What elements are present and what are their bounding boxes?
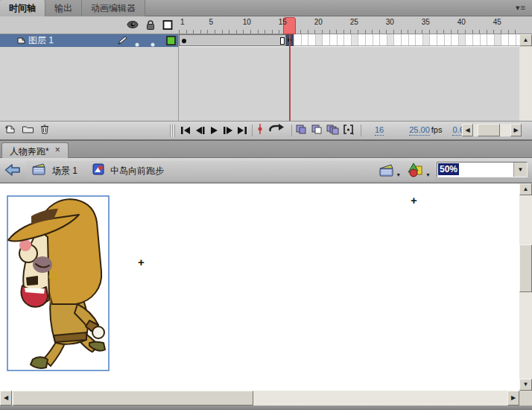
symbol-icon xyxy=(92,163,104,178)
edit-path-breadcrumb: 场景 1 中岛向前跑步 xyxy=(25,161,435,180)
current-frame-value[interactable]: 16 xyxy=(375,125,384,136)
ruler-tick-marks xyxy=(179,30,519,34)
timeline-header: 151015202530354045 xyxy=(0,16,532,34)
ruler-number: 1 xyxy=(180,18,185,26)
zoom-dropdown-arrow[interactable]: ▼ xyxy=(513,163,527,177)
show-hide-all-layers-icon[interactable] xyxy=(127,19,139,31)
edit-symbol-button[interactable]: ▼ xyxy=(407,162,431,177)
window-bottom-edge xyxy=(0,406,532,410)
ruler-number: 40 xyxy=(457,18,466,26)
center-frame-button[interactable] xyxy=(257,123,263,138)
timeline-scroll-thumb[interactable] xyxy=(478,124,500,136)
layer-outline-color-swatch[interactable] xyxy=(166,36,176,48)
ruler-number: 30 xyxy=(386,18,394,26)
running-character-graphic[interactable] xyxy=(6,194,110,373)
timeline-panel: 151015202530354045 图层 1 ▲ xyxy=(0,16,532,139)
back-button[interactable] xyxy=(4,163,21,180)
loop-playback-button[interactable] xyxy=(267,124,285,137)
timeline-ruler[interactable]: 151015202530354045 xyxy=(179,16,519,34)
ruler-number: 35 xyxy=(422,18,430,26)
flash-application-window: 时间轴 输出 动画编辑器 ▾≡ 151015202530354045 图层 1 xyxy=(0,0,532,410)
layer-row[interactable]: 图层 1 xyxy=(0,34,179,47)
pencil-edit-icon xyxy=(117,36,127,48)
frame-rate-indicator[interactable]: 25.00 fps xyxy=(409,125,442,136)
outline-all-layers-icon[interactable] xyxy=(162,19,173,31)
registration-crosshair: + xyxy=(411,194,417,206)
new-layer-button[interactable] xyxy=(4,123,16,138)
panel-splitter-handle[interactable] xyxy=(170,124,175,137)
close-document-icon[interactable]: × xyxy=(55,145,60,158)
current-frame-indicator[interactable]: 16 xyxy=(375,125,384,136)
layer-frames-divider[interactable] xyxy=(178,34,179,121)
edit-bar: 场景 1 中岛向前跑步 ▼ ▼ 50% ▼ xyxy=(0,158,532,183)
step-back-one-frame-button[interactable] xyxy=(192,124,206,137)
ruler-number: 20 xyxy=(314,18,323,26)
new-folder-button[interactable] xyxy=(22,123,34,138)
zoom-level-value[interactable]: 50% xyxy=(438,163,459,175)
onion-skin-outlines-button[interactable] xyxy=(311,124,323,138)
tab-output[interactable]: 输出 xyxy=(45,0,82,16)
document-tab-title: 人物奔跑* xyxy=(10,145,49,158)
edit-scene-button[interactable]: ▼ xyxy=(379,163,401,177)
timeline-vertical-scrollbar[interactable]: ▲ xyxy=(519,34,532,121)
current-symbol-label: 中岛向前跑步 xyxy=(110,165,164,177)
panel-menu-icon[interactable]: ▾≡ xyxy=(516,3,526,13)
play-button[interactable] xyxy=(206,124,221,137)
end-frame-marker[interactable] xyxy=(280,37,285,45)
delete-layer-button[interactable] xyxy=(39,123,50,138)
stage-vscroll-thumb[interactable] xyxy=(519,245,532,292)
layer-name[interactable]: 图层 1 xyxy=(28,34,54,47)
keyframe-dot[interactable] xyxy=(182,39,186,43)
step-forward-one-frame-button[interactable] xyxy=(221,124,235,137)
scroll-up-button[interactable]: ▲ xyxy=(519,34,532,46)
zoom-level-combobox[interactable]: 50% ▼ xyxy=(437,162,528,177)
stage-canvas[interactable]: + + xyxy=(0,183,519,391)
onion-skin-button[interactable] xyxy=(295,124,307,138)
document-tab-bar: 人物奔跑* × xyxy=(0,141,532,158)
layer-type-icon xyxy=(16,36,26,47)
stage-scroll-left-button[interactable]: ◀ xyxy=(0,391,12,406)
modify-markers-button[interactable] xyxy=(343,124,355,138)
playhead-line xyxy=(289,34,291,121)
stage-hscroll-thumb[interactable] xyxy=(13,391,253,406)
stage-vertical-scrollbar[interactable]: ▲ ▼ xyxy=(519,183,532,391)
empty-frames-area[interactable] xyxy=(294,34,519,46)
scene-icon xyxy=(31,163,46,179)
stage-scroll-down-button[interactable]: ▼ xyxy=(519,379,532,391)
scene-breadcrumb-link[interactable]: 场景 1 xyxy=(52,165,77,177)
document-tab[interactable]: 人物奔跑* × xyxy=(1,142,69,158)
timeline-horizontal-scrollbar[interactable]: ◀ ▶ xyxy=(462,124,522,136)
registration-crosshair: + xyxy=(138,256,145,268)
frame-rate-unit: fps xyxy=(431,125,443,134)
tab-motion-editor[interactable]: 动画编辑器 xyxy=(82,0,145,16)
go-to-last-frame-button[interactable] xyxy=(235,124,249,137)
tab-timeline[interactable]: 时间轴 xyxy=(0,0,45,16)
edit-multiple-frames-button[interactable] xyxy=(326,124,339,138)
frames-row[interactable] xyxy=(179,34,519,47)
frame-span[interactable] xyxy=(179,34,286,46)
lock-all-layers-icon[interactable] xyxy=(145,19,156,31)
timeline-controls-bar: 16 25.00 fps 0.6 s ◀ ▶ xyxy=(0,121,532,139)
scroll-left-button[interactable]: ◀ xyxy=(462,124,473,136)
timeline-body-area xyxy=(0,47,519,121)
stage-scroll-right-button[interactable]: ▶ xyxy=(507,391,519,406)
ruler-number: 10 xyxy=(243,18,251,26)
ruler-number: 15 xyxy=(279,18,287,26)
stage-scroll-up-button[interactable]: ▲ xyxy=(519,183,532,195)
ruler-number: 45 xyxy=(493,18,501,26)
frame-rate-value[interactable]: 25.00 xyxy=(409,125,430,136)
scrollbar-corner xyxy=(519,391,532,406)
ruler-number: 25 xyxy=(350,18,358,26)
stage-horizontal-scrollbar[interactable]: ◀ ▶ xyxy=(0,391,519,406)
scroll-right-button[interactable]: ▶ xyxy=(510,124,522,136)
ruler-number: 5 xyxy=(209,18,213,26)
go-to-first-frame-button[interactable] xyxy=(178,124,192,137)
panel-tab-bar: 时间轴 输出 动画编辑器 ▾≡ xyxy=(0,0,532,16)
